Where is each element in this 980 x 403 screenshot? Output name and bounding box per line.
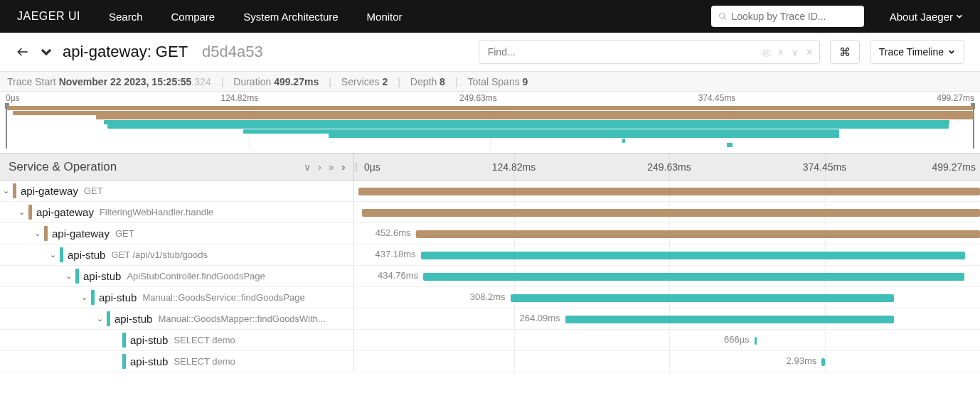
span-row[interactable]: ⌄api-stubApiStubController.findGoodsPage…	[0, 266, 980, 287]
trace-id: d5d4a53	[202, 43, 263, 61]
brand: JAEGER UI	[17, 10, 80, 23]
find-target-icon[interactable]: ◎	[762, 47, 770, 58]
minimap-bar	[96, 115, 973, 119]
minimap-bar	[622, 139, 625, 143]
service-op-title: Service & Operation	[9, 160, 117, 174]
nav-items: Search Compare System Architecture Monit…	[109, 11, 711, 23]
operation-name: Manual::GoodsService::findGoodsPage	[142, 292, 304, 303]
span-label[interactable]: ⌄api-gatewayGET	[0, 181, 354, 201]
chevron-down-icon	[956, 13, 963, 20]
column-header: Service & Operation ∨ › » ›› ║ 0µs124.82…	[0, 154, 980, 181]
span-bar[interactable]	[423, 273, 964, 281]
span-row[interactable]: ⌄api-stubManual::GoodsService::findGoods…	[0, 287, 980, 308]
span-duration-label: 437.18ms	[375, 249, 415, 259]
tick: 499.27ms	[937, 93, 974, 103]
span-duration-label: 452.6ms	[376, 227, 411, 238]
span-timeline[interactable]	[358, 181, 980, 201]
find-prev-icon[interactable]: ∧	[777, 47, 784, 58]
span-bar[interactable]	[821, 358, 825, 366]
back-button[interactable]	[16, 45, 30, 59]
span-bar[interactable]	[362, 209, 980, 217]
service-color-chip	[75, 269, 79, 284]
find-next-icon[interactable]: ∨	[792, 47, 799, 58]
lookup-input[interactable]	[731, 11, 856, 22]
service-color-chip	[91, 290, 95, 305]
timeline-label: Trace Timeline	[879, 46, 944, 58]
span-row[interactable]: ⌄api-gatewayGET	[0, 181, 980, 202]
span-row[interactable]: ⌄api-stubManual::GoodsMapper::findGoodsW…	[0, 308, 980, 330]
minimap-bar	[727, 143, 733, 147]
span-timeline[interactable]: 434.76ms	[358, 266, 980, 286]
tick: 0µs	[364, 161, 380, 173]
tree-collapse-all-icon[interactable]: »	[329, 161, 334, 173]
tree-expand-one-icon[interactable]: ›	[318, 161, 321, 173]
span-timeline[interactable]: 437.18ms	[358, 245, 980, 265]
chevron-down-icon[interactable]: ⌄	[63, 272, 74, 281]
stat-services-value: 2	[382, 76, 388, 87]
span-label[interactable]: ⌄api-gatewayFilteringWebHandler.handle	[0, 202, 354, 222]
span-row[interactable]: api-stubSELECT demo2.93ms	[0, 351, 980, 372]
service-color-chip	[122, 333, 126, 348]
svg-line-1	[724, 18, 726, 20]
operation-name: GET	[115, 228, 134, 239]
nav-monitor[interactable]: Monitor	[367, 11, 403, 23]
service-name: api-stub	[114, 313, 152, 325]
tick: 249.63ms	[647, 161, 691, 173]
span-row[interactable]: api-stubSELECT demo666µs	[0, 330, 980, 351]
tree-controls: ∨ › » ››	[304, 161, 343, 173]
span-timeline[interactable]: 2.93ms	[358, 351, 980, 372]
chevron-down-icon[interactable]: ⌄	[16, 208, 27, 217]
service-color-chip	[107, 311, 110, 326]
span-bar[interactable]	[755, 337, 757, 345]
span-timeline[interactable]: 666µs	[358, 330, 980, 350]
service-color-chip	[28, 205, 32, 220]
minimap[interactable]: 0µs 124.82ms 249.63ms 374.45ms 499.27ms	[0, 92, 980, 154]
span-bar[interactable]	[416, 230, 980, 238]
collapse-toggle[interactable]	[40, 45, 53, 58]
chevron-down-icon[interactable]: ⌄	[31, 229, 43, 238]
span-timeline[interactable]: 452.6ms	[358, 223, 980, 244]
span-bar[interactable]	[358, 188, 980, 195]
span-label[interactable]: ⌄api-stubManual::GoodsService::findGoods…	[0, 287, 354, 308]
span-timeline[interactable]: 264.09ms	[358, 308, 980, 329]
chevron-down-icon[interactable]: ⌄	[94, 314, 105, 323]
nav-compare[interactable]: Compare	[171, 11, 215, 23]
trace-timeline-dropdown[interactable]: Trace Timeline	[870, 40, 964, 64]
shortcuts-button[interactable]: ⌘	[830, 40, 860, 64]
minimap-bar	[7, 106, 973, 110]
span-label[interactable]: ⌄api-stubApiStubController.findGoodsPage	[0, 266, 354, 286]
span-bar[interactable]	[565, 316, 894, 323]
chevron-down-icon[interactable]: ⌄	[78, 293, 90, 302]
stat-services-label: Services	[341, 76, 380, 87]
tree-collapse-one-icon[interactable]: ∨	[304, 161, 311, 173]
nav-search[interactable]: Search	[109, 11, 143, 23]
span-label[interactable]: ⌄api-gatewayGET	[0, 223, 354, 244]
span-label[interactable]: ⌄api-stubManual::GoodsMapper::findGoodsW…	[0, 308, 354, 329]
span-row[interactable]: ⌄api-gatewayFilteringWebHandler.handle	[0, 202, 980, 223]
stat-depth-label: Depth	[410, 76, 437, 87]
find-input[interactable]	[479, 46, 762, 58]
span-bar[interactable]	[421, 252, 965, 259]
minimap-body[interactable]	[6, 106, 974, 149]
operation-name: FilteringWebHandler.handle	[100, 207, 213, 217]
lookup-box[interactable]	[711, 6, 864, 27]
span-label[interactable]: api-stubSELECT demo	[0, 351, 354, 372]
tree-expand-all-icon[interactable]: ››	[341, 161, 343, 173]
nav-system-architecture[interactable]: System Architecture	[243, 11, 338, 23]
span-duration-label: 434.76ms	[378, 270, 418, 281]
span-label[interactable]: api-stubSELECT demo	[0, 330, 354, 350]
about-menu[interactable]: About Jaeger	[890, 11, 963, 23]
find-clear-icon[interactable]: ✕	[806, 47, 814, 58]
span-timeline[interactable]	[358, 202, 980, 222]
find-box[interactable]: ◎ ∧ ∨ ✕	[479, 40, 820, 64]
span-bar[interactable]	[511, 294, 895, 302]
chevron-down-icon[interactable]: ⌄	[0, 186, 11, 195]
span-row[interactable]: ⌄api-gatewayGET452.6ms	[0, 223, 980, 245]
minimap-ticks: 0µs 124.82ms 249.63ms 374.45ms 499.27ms	[0, 92, 980, 104]
span-row[interactable]: ⌄api-stubGET /api/v1/stub/goods437.18ms	[0, 245, 980, 266]
span-label[interactable]: ⌄api-stubGET /api/v1/stub/goods	[0, 245, 354, 265]
chevron-down-icon[interactable]: ⌄	[47, 250, 58, 259]
span-timeline[interactable]: 308.2ms	[358, 287, 980, 308]
chevron-down-icon	[948, 48, 955, 55]
find-controls: ◎ ∧ ∨ ✕	[762, 47, 819, 58]
